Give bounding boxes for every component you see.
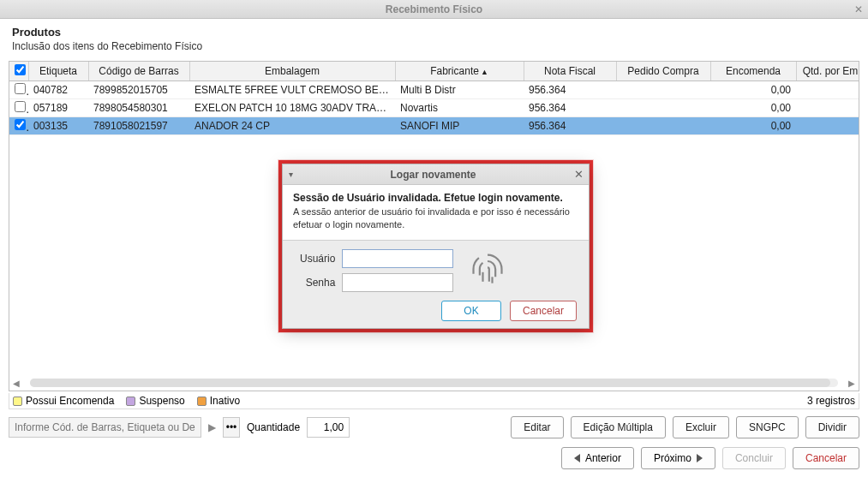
table-row[interactable]: 0407827899852015705ESMALTE 5FREE VULT CR… [9,81,859,99]
qty-label: Quantidade [247,421,300,433]
senha-input[interactable] [342,273,453,292]
window-titlebar: Recebimento Físico ✕ [0,0,868,19]
cell-nota: 956.364 [524,99,616,117]
col-codigo[interactable]: Código de Barras [88,62,189,81]
cell-qtd: 1 [796,99,859,117]
col-qtd[interactable]: Qtd. por Emb. [796,62,859,81]
col-fabricante[interactable]: Fabricante▲ [395,62,524,81]
usuario-input[interactable] [342,249,453,268]
cell-etiqueta: 057189 [28,99,88,117]
legend-swatch-inativo [197,397,207,406]
page-header: Produtos Inclusão dos itens do Recebimen… [0,19,868,57]
cell-encomenda: 0,00 [710,117,796,135]
legend-inativo: Inativo [210,395,240,407]
select-all-checkbox[interactable] [15,64,26,75]
col-nota[interactable]: Nota Fiscal [524,62,616,81]
wizard-nav: Anterior Próximo Concluir Cancelar [9,447,859,469]
dialog-titlebar: ▾ Logar novamente ✕ [283,164,589,185]
cell-pedido [616,81,710,99]
cell-embalagem: ANADOR 24 CP [189,117,395,135]
col-etiqueta[interactable]: Etiqueta [28,62,88,81]
cell-encomenda: 0,00 [710,99,796,117]
table-row[interactable]: 0031357891058021597ANADOR 24 CPSANOFI MI… [9,117,859,135]
legend-bar: Possui Encomenda Suspenso Inativo 3 regi… [9,393,859,409]
edicao-multipla-button[interactable]: Edição Múltipla [571,416,666,438]
sort-asc-icon: ▲ [481,68,488,76]
cell-fabricante: SANOFI MIP [395,117,524,135]
cell-embalagem: ESMALTE 5FREE VULT CREMOSO BEM-TE-... [189,81,395,99]
cell-embalagem: EXELON PATCH 10 18MG 30ADV TRANS [189,99,395,117]
legend-swatch-encomenda [13,397,22,406]
items-table: Etiqueta Código de Barras Embalagem Fabr… [9,62,859,135]
cell-pedido [616,117,710,135]
window-title: Recebimento Físico [386,3,482,15]
anterior-button[interactable]: Anterior [561,447,634,469]
arrow-right-icon: ▶ [208,421,216,433]
scroll-track[interactable] [30,379,838,387]
cell-encomenda: 0,00 [710,81,796,99]
record-count: 3 registros [807,395,855,407]
dialog-message-text: A sessão anterior de usuário foi invalid… [293,206,578,231]
page-subtitle: Inclusão dos itens do Recebimento Físico [12,40,856,52]
fingerprint-icon [469,249,506,292]
excluir-button[interactable]: Excluir [673,416,729,438]
dialog-ok-button[interactable]: OK [441,301,501,321]
proximo-button[interactable]: Próximo [641,447,715,469]
table-row[interactable]: 0571897898054580301EXELON PATCH 10 18MG … [9,99,859,117]
cell-pedido [616,99,710,117]
editar-button[interactable]: Editar [511,416,563,438]
cell-nota: 956.364 [524,81,616,99]
triangle-left-icon [574,454,580,462]
scroll-right-icon[interactable]: ▶ [848,379,855,388]
legend-encomenda: Possui Encomenda [26,395,114,407]
concluir-button: Concluir [722,447,786,469]
triangle-right-icon [697,454,703,462]
window-close-icon[interactable]: ✕ [854,3,863,15]
dialog-message-bold: Sessão de Usuário invalidada. Efetue log… [293,192,578,204]
row-checkbox[interactable] [15,119,26,130]
sngpc-button[interactable]: SNGPC [736,416,799,438]
dialog-close-icon[interactable]: ✕ [568,168,589,181]
senha-label: Senha [300,277,335,289]
cell-etiqueta: 040782 [28,81,88,99]
more-button[interactable]: ••• [223,417,240,438]
search-input[interactable] [9,417,201,438]
col-checkbox[interactable] [9,62,28,81]
row-checkbox[interactable] [15,83,26,94]
cell-qtd: 1 [796,117,859,135]
dialog-collapse-icon[interactable]: ▾ [283,170,298,179]
bottom-toolbar: ▶ ••• Quantidade Editar Edição Múltipla … [9,416,859,438]
login-dialog: ▾ Logar novamente ✕ Sessão de Usuário in… [282,164,590,329]
scroll-thumb[interactable] [30,379,830,387]
cell-etiqueta: 003135 [28,117,88,135]
dialog-title: Logar novamente [298,169,568,181]
cell-codigo: 7891058021597 [88,117,189,135]
cell-nota: 956.364 [524,117,616,135]
usuario-label: Usuário [300,253,335,265]
legend-suspenso: Suspenso [139,395,184,407]
horizontal-scrollbar[interactable]: ◀ ▶ [13,377,855,389]
col-embalagem[interactable]: Embalagem [189,62,395,81]
cell-fabricante: Novartis [395,99,524,117]
row-checkbox[interactable] [15,101,26,112]
quantity-input[interactable] [307,417,350,438]
dialog-message: Sessão de Usuário invalidada. Efetue log… [283,185,589,241]
cell-codigo: 7899852015705 [88,81,189,99]
cell-fabricante: Multi B Distr [395,81,524,99]
scroll-left-icon[interactable]: ◀ [13,379,20,388]
col-pedido[interactable]: Pedido Compra [616,62,710,81]
col-encomenda[interactable]: Encomenda [710,62,796,81]
cell-qtd: 1 [796,81,859,99]
page-title: Produtos [12,26,856,39]
cancelar-button[interactable]: Cancelar [793,447,859,469]
legend-swatch-suspenso [126,397,135,406]
dividir-button[interactable]: Dividir [805,416,859,438]
cell-codigo: 7898054580301 [88,99,189,117]
dialog-cancel-button[interactable]: Cancelar [510,301,577,321]
